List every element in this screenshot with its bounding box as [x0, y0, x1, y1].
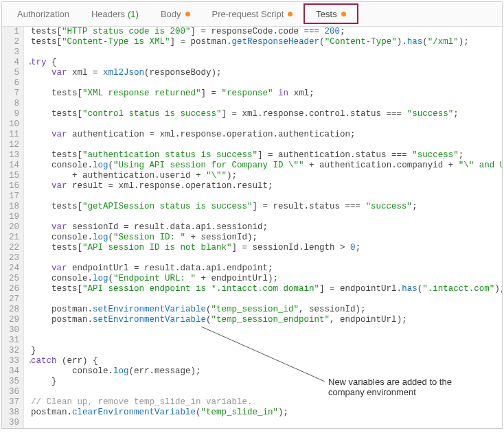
code-line[interactable]: tests["API session endpoint is *.intacct…	[31, 284, 502, 294]
line-number: 5	[9, 68, 19, 78]
line-number: 24	[9, 263, 19, 274]
code-line[interactable]: try {	[31, 58, 502, 68]
line-number: 28	[9, 305, 19, 315]
line-number: 13	[9, 150, 19, 161]
code-line[interactable]	[31, 294, 502, 305]
line-number: 38	[9, 408, 19, 418]
tab-label: Headers	[91, 9, 125, 19]
tab-label: Tests	[316, 9, 336, 19]
line-number: 30	[9, 325, 19, 336]
line-number: 11	[9, 130, 19, 140]
code-line[interactable]	[31, 140, 502, 150]
line-number: 25	[9, 274, 19, 284]
code-line[interactable]	[31, 336, 502, 346]
line-number: 27	[9, 294, 19, 305]
line-number: 10	[9, 119, 19, 130]
line-number: 29	[9, 315, 19, 325]
tab-count: (1)	[128, 9, 139, 19]
app-frame: AuthorizationHeaders (1)BodyPre-request …	[1, 1, 503, 429]
line-number: 12	[9, 140, 19, 150]
line-gutter: 1234567891011121314151617181920212223242…	[2, 27, 24, 428]
code-line[interactable]: // Clean up, remove temp_slide_in variab…	[31, 397, 502, 408]
line-number: 2	[9, 37, 19, 47]
code-line[interactable]: tests["API session ID is not blank"] = s…	[31, 243, 502, 253]
code-line[interactable]	[31, 191, 502, 202]
request-tabbar: AuthorizationHeaders (1)BodyPre-request …	[2, 2, 502, 27]
tab-headers[interactable]: Headers (1)	[80, 2, 150, 26]
code-line[interactable]: var sessionId = result.data.api.sessioni…	[31, 222, 502, 233]
code-line[interactable]	[31, 325, 502, 336]
line-number: 8	[9, 99, 19, 109]
code-line[interactable]	[31, 119, 502, 130]
code-line[interactable]: postman.setEnvironmentVariable("temp_ses…	[31, 315, 502, 325]
line-number: 33	[9, 356, 19, 366]
line-number: 19	[9, 212, 19, 222]
code-line[interactable]	[31, 99, 502, 109]
line-number: 22	[9, 243, 19, 253]
line-number: 18	[9, 202, 19, 212]
unsaved-dot-icon	[341, 12, 346, 16]
line-number: 16	[9, 181, 19, 191]
code-line[interactable]: var authentication = xml.response.operat…	[31, 130, 502, 140]
code-line[interactable]: var xml = xml2Json(responseBody);	[31, 68, 502, 78]
line-number: 31	[9, 336, 19, 346]
line-number: 21	[9, 233, 19, 243]
tab-label: Pre-request Script	[212, 9, 284, 19]
code-line[interactable]: console.log("Using API session for Compa…	[31, 161, 502, 171]
line-number: 35	[9, 377, 19, 387]
line-number: 4	[9, 58, 19, 68]
code-line[interactable]: tests["HTTP status code is 200"] = respo…	[31, 27, 502, 37]
line-number: 14	[9, 161, 19, 171]
line-number: 15	[9, 171, 19, 181]
line-number: 1	[9, 27, 19, 37]
code-line[interactable]	[31, 212, 502, 222]
code-editor[interactable]: 1234567891011121314151617181920212223242…	[2, 27, 502, 428]
tab-authorization[interactable]: Authorization	[6, 2, 80, 26]
line-number: 9	[9, 109, 19, 119]
code-line[interactable]: catch (err) {	[31, 356, 502, 366]
line-number: 20	[9, 222, 19, 233]
code-line[interactable]: postman.clearEnvironmentVariable("temp_s…	[31, 408, 502, 418]
code-line[interactable]: tests["Content-Type is XML"] = postman.g…	[31, 37, 502, 47]
line-number: 39	[9, 418, 19, 428]
line-number: 37	[9, 397, 19, 408]
tab-pre-request-script[interactable]: Pre-request Script	[201, 2, 304, 26]
code-line[interactable]: console.log("Endpoint URL: " + endpointU…	[31, 274, 502, 284]
code-line[interactable]: console.log(err.message);	[31, 366, 502, 377]
line-number: 32	[9, 346, 19, 356]
code-line[interactable]: postman.setEnvironmentVariable("temp_ses…	[31, 305, 502, 315]
code-line[interactable]: + authentication.userid + "\"");	[31, 171, 502, 181]
fold-toggle-icon[interactable]: ▾	[28, 357, 32, 368]
annotation-text: New variables are added to the company e…	[328, 377, 486, 397]
unsaved-dot-icon	[185, 12, 190, 16]
fold-toggle-icon[interactable]: ▾	[28, 59, 32, 69]
code-line[interactable]: tests["authentication status is success"…	[31, 150, 502, 161]
code-line[interactable]	[31, 253, 502, 263]
unsaved-dot-icon	[288, 12, 293, 16]
line-number: 34	[9, 366, 19, 377]
line-number: 36	[9, 387, 19, 397]
code-area[interactable]: tests["HTTP status code is 200"] = respo…	[24, 27, 502, 428]
line-number: 3	[9, 47, 19, 58]
code-line[interactable]: var endpointUrl = result.data.api.endpoi…	[31, 263, 502, 274]
code-line[interactable]	[31, 47, 502, 58]
tab-label: Body	[161, 9, 181, 19]
code-line[interactable]: tests["control status is success"] = xml…	[31, 109, 502, 119]
tab-tests[interactable]: Tests	[303, 3, 358, 24]
tab-body[interactable]: Body	[150, 2, 201, 26]
line-number: 26	[9, 284, 19, 294]
code-line[interactable]: console.log("Session ID: " + sessionId);	[31, 233, 502, 243]
tab-label: Authorization	[17, 9, 69, 19]
line-number: 7	[9, 89, 19, 99]
code-line[interactable]: tests["XML response returned"] = "respon…	[31, 89, 502, 99]
line-number: 23	[9, 253, 19, 263]
code-line[interactable]: }	[31, 346, 502, 356]
line-number: 6	[9, 78, 19, 89]
code-line[interactable]: tests["getAPISession status is success"]…	[31, 202, 502, 212]
code-line[interactable]	[31, 418, 502, 428]
code-line[interactable]: var result = xml.response.operation.resu…	[31, 181, 502, 191]
line-number: 17	[9, 191, 19, 202]
code-line[interactable]	[31, 78, 502, 89]
